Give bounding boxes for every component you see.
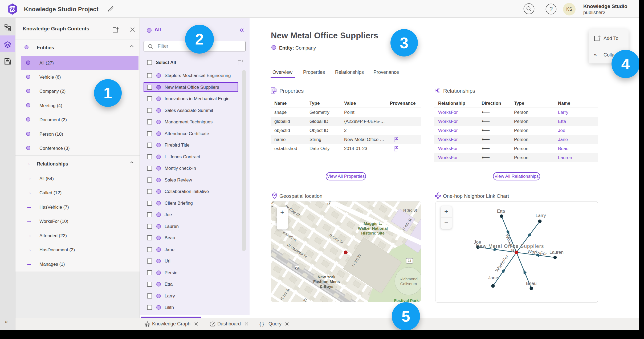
svg-text:33: 33 [408, 259, 411, 263]
svg-text:New York: New York [318, 275, 336, 279]
svg-text:Maggie L.: Maggie L. [364, 221, 382, 226]
svg-text:N 3rd St: N 3rd St [403, 208, 417, 212]
svg-text:Beau: Beau [526, 281, 537, 286]
svg-text:Coliseum: Coliseum [400, 281, 417, 286]
svg-text:& Boys: & Boys [320, 284, 333, 289]
svg-text:Larry: Larry [536, 213, 546, 218]
svg-text:Etta: Etta [497, 209, 505, 214]
svg-text:Richmond: Richmond [400, 277, 418, 281]
svg-text:Walker National: Walker National [358, 226, 388, 231]
svg-text:Jane: Jane [488, 275, 498, 280]
svg-text:Lauren: Lauren [549, 250, 564, 255]
svg-text:Historic Site: Historic Site [361, 231, 385, 235]
svg-text:Festival Park: Festival Park [394, 298, 419, 302]
svg-text:250: 250 [295, 267, 299, 270]
svg-text:WorksFor: WorksFor [494, 254, 510, 273]
svg-text:Fashion Mens: Fashion Mens [313, 279, 340, 284]
